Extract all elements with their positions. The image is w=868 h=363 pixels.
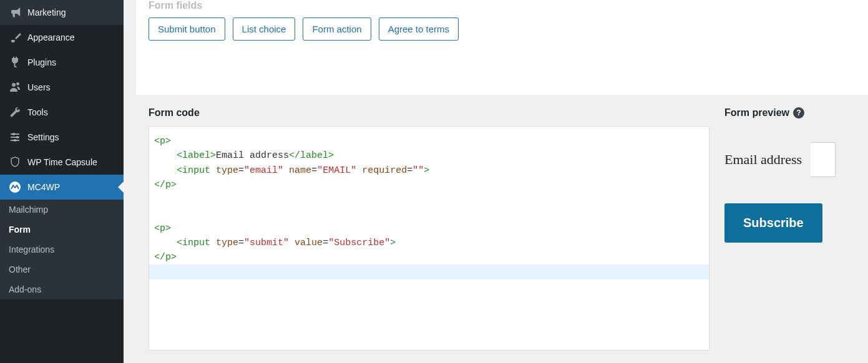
submenu: Mailchimp Form Integrations Other Add-on… [0, 200, 124, 299]
code-token: "submit" [244, 238, 289, 248]
sidebar-item-wptimecapsule[interactable]: WP Time Capsule [0, 150, 124, 175]
preview-subscribe-button[interactable]: Subscribe [724, 203, 822, 243]
menu-label: Tools [27, 107, 48, 117]
code-token: required [362, 165, 407, 176]
code-token: "Subscribe" [328, 238, 390, 248]
code-token: > [390, 238, 396, 248]
code-token: </p> [154, 252, 177, 263]
code-token: "email" [244, 165, 283, 176]
code-token: </label> [289, 150, 334, 161]
code-token: </p> [154, 180, 177, 190]
main-content: Form fields Submit button List choice Fo… [124, 0, 868, 363]
wrench-icon [7, 106, 22, 119]
submit-button-field[interactable]: Submit button [149, 17, 225, 41]
menu-label: Users [27, 82, 51, 92]
code-token: <p> [154, 136, 171, 147]
svg-point-0 [12, 83, 16, 87]
code-token: Email address [216, 150, 289, 161]
sidebar-item-tools[interactable]: Tools [0, 100, 124, 125]
agree-terms-field[interactable]: Agree to terms [379, 17, 459, 41]
menu-label: Settings [27, 132, 59, 142]
form-code-label: Form code [149, 107, 710, 119]
submenu-item-addons[interactable]: Add-ons [0, 279, 124, 299]
menu-label: Appearance [27, 32, 75, 42]
code-token: <input [177, 165, 210, 176]
menu-label: MC4WP [27, 182, 60, 192]
svg-point-3 [14, 139, 16, 142]
code-token: <p> [154, 223, 171, 234]
sidebar-item-appearance[interactable]: Appearance [0, 25, 124, 50]
help-icon[interactable]: ? [793, 107, 804, 119]
submenu-item-mailchimp[interactable]: Mailchimp [0, 200, 124, 220]
code-token: type [216, 238, 238, 248]
admin-sidebar: Marketing Appearance Plugins Users Tools… [0, 0, 124, 363]
code-token: value [295, 238, 323, 248]
sidebar-item-marketing[interactable]: Marketing [0, 0, 124, 25]
megaphone-icon [7, 6, 22, 19]
code-token: <label> [177, 150, 216, 161]
code-token: type [216, 165, 238, 176]
menu-label: Plugins [27, 57, 56, 67]
menu-label: WP Time Capsule [27, 157, 97, 167]
submenu-item-other[interactable]: Other [0, 259, 124, 279]
code-token: > [424, 165, 429, 176]
sliders-icon [7, 131, 22, 143]
mc-icon [7, 181, 22, 193]
form-preview-column: Form preview ? Email address Subscribe [724, 107, 856, 351]
plug-icon [7, 56, 22, 69]
form-code-column: Form code <p> <label>Email address</labe… [149, 107, 710, 351]
form-action-field[interactable]: Form action [303, 17, 371, 41]
sidebar-item-settings[interactable]: Settings [0, 125, 124, 150]
code-token: "EMAIL" [317, 165, 356, 176]
shield-icon [7, 156, 22, 168]
svg-point-2 [16, 136, 19, 138]
field-buttons-row: Submit button List choice Form action Ag… [149, 17, 856, 41]
submenu-item-form[interactable]: Form [0, 220, 124, 240]
code-token: name [289, 165, 311, 176]
preview-email-label: Email address [724, 152, 802, 168]
preview-form: Email address Subscribe [724, 142, 856, 243]
code-editor[interactable]: <p> <label>Email address</label> <input … [149, 126, 710, 351]
code-token: "" [412, 165, 424, 176]
svg-point-1 [12, 133, 15, 135]
preview-label-text: Form preview [724, 107, 789, 119]
sidebar-item-users[interactable]: Users [0, 75, 124, 100]
menu-label: Marketing [27, 7, 66, 17]
form-fields-heading: Form fields [149, 0, 856, 11]
preview-email-input[interactable] [811, 142, 836, 177]
sidebar-item-mc4wp[interactable]: MC4WP [0, 175, 124, 200]
users-icon [7, 81, 22, 94]
form-fields-panel: Form fields Submit button List choice Fo… [136, 0, 868, 95]
brush-icon [7, 31, 22, 44]
code-token: <input [177, 238, 210, 248]
sidebar-item-plugins[interactable]: Plugins [0, 50, 124, 75]
form-preview-label: Form preview ? [724, 107, 856, 119]
submenu-item-integrations[interactable]: Integrations [0, 240, 124, 259]
list-choice-field[interactable]: List choice [233, 17, 296, 41]
